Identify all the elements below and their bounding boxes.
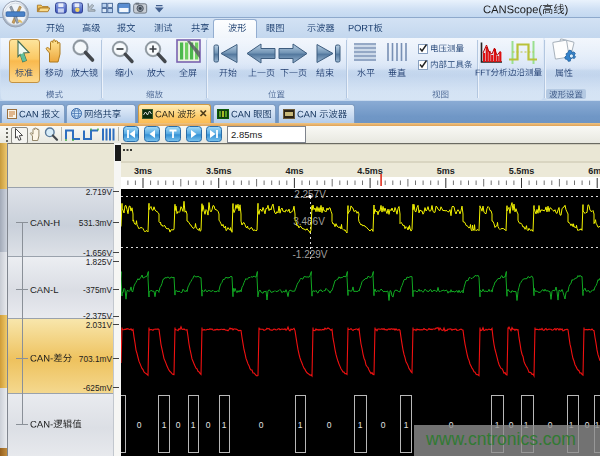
svg-text:1: 1 <box>222 420 227 430</box>
svg-text:0: 0 <box>259 420 264 430</box>
svg-text:0: 0 <box>381 420 386 430</box>
svg-text:5.5ms: 5.5ms <box>509 166 535 176</box>
svg-text:5ms: 5ms <box>437 166 455 176</box>
svg-text:0: 0 <box>137 420 142 430</box>
svg-text:2.257V: 2.257V <box>294 189 326 200</box>
svg-text:1: 1 <box>162 420 167 430</box>
svg-text:1: 1 <box>404 420 409 430</box>
svg-text:3.5ms: 3.5ms <box>206 166 232 176</box>
svg-text:0: 0 <box>176 420 181 430</box>
svg-text:4ms: 4ms <box>285 166 303 176</box>
svg-text:0: 0 <box>327 420 332 430</box>
svg-text:1: 1 <box>358 420 363 430</box>
svg-text:-1.229V: -1.229V <box>292 249 327 260</box>
svg-text:0: 0 <box>206 420 211 430</box>
svg-text:www.cntronics.com: www.cntronics.com <box>425 429 576 449</box>
svg-text:1: 1 <box>191 420 196 430</box>
svg-text:4.5ms: 4.5ms <box>357 166 383 176</box>
svg-text:6ms: 6ms <box>588 166 600 176</box>
svg-text:1: 1 <box>298 420 303 430</box>
svg-text:3ms: 3ms <box>134 166 152 176</box>
